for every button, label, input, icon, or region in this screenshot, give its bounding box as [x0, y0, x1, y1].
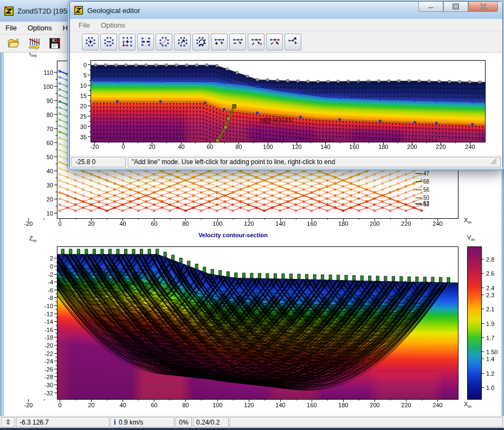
maximize-icon	[452, 3, 460, 10]
statusbar-coordinates: -6.3 126.7	[16, 417, 109, 427]
import-seismogram-button[interactable]	[27, 36, 41, 50]
statusbar-progress: 0%	[176, 417, 192, 427]
window-frame-bottom	[0, 428, 504, 430]
v-axis-label: Vm	[467, 234, 475, 242]
statusbar-misfit: 0.24/0.2	[193, 417, 229, 427]
add-polygon-icon	[85, 36, 96, 48]
main-statusbar: ⇕ -6.3 126.7 i 0.9 km/s 0% 0.24/0.2	[0, 416, 504, 428]
editor-menu-file[interactable]: File	[73, 19, 95, 31]
save-button[interactable]	[48, 36, 62, 50]
merge-nodes-icon	[140, 36, 152, 48]
minimize-icon	[427, 4, 435, 9]
x-axis-label-top: Xm	[464, 217, 471, 225]
editor-tool-move-node[interactable]	[285, 34, 301, 50]
editor-menubar: File Options	[70, 19, 502, 31]
editor-plot-canvas[interactable]	[70, 53, 502, 155]
editor-statusbar: -25.8 0 "Add line" mode. Use left-click …	[70, 155, 502, 168]
floppy-disk-icon	[49, 37, 61, 49]
editor-app-icon	[74, 6, 83, 15]
x-axis-label-bottom: Xm	[464, 401, 471, 409]
editor-tool-remove-polygon[interactable]	[100, 34, 117, 50]
menu-file[interactable]: File	[0, 22, 22, 34]
editor-tool-add-polygon[interactable]	[82, 34, 99, 50]
editor-tool-merge-line-nodes[interactable]	[266, 34, 283, 50]
editor-tool-merge-nodes[interactable]	[137, 34, 154, 50]
statusbar-empty-panel	[230, 417, 503, 427]
editor-toolbar	[70, 31, 502, 53]
editor-plot-area	[70, 53, 502, 155]
editor-window-title: Geological editor	[87, 6, 140, 15]
split-line-node-icon	[250, 36, 262, 48]
maximize-button[interactable]	[443, 2, 468, 12]
geological-editor-window: Geological editor File Options	[69, 1, 503, 168]
seismogram-icon	[28, 37, 41, 50]
window-frame-left	[0, 53, 4, 416]
menu-options[interactable]: Options	[22, 22, 57, 34]
scale-polygon-icon	[177, 36, 189, 48]
editor-tool-rotate-polygon[interactable]	[192, 34, 209, 50]
updown-arrow-icon: ⇕	[5, 419, 11, 426]
statusbar-velocity: i 0.9 km/s	[111, 417, 175, 427]
editor-tool-split-line-node[interactable]	[248, 34, 264, 50]
remove-line-node-icon	[232, 36, 244, 48]
add-line-node-icon	[214, 36, 225, 48]
zondst2d-screen: ZondST2D [1950_S File Options Help tms X…	[0, 0, 504, 430]
editor-statusbar-mode: "Add line" mode. Use left-click for addi…	[128, 157, 501, 167]
editor-tool-add-rectangle[interactable]	[119, 34, 135, 50]
add-rectangle-icon	[121, 36, 133, 48]
editor-tool-scale-polygon[interactable]	[174, 34, 191, 50]
editor-tool-add-line-node[interactable]	[211, 34, 228, 50]
close-button[interactable]	[468, 2, 498, 12]
editor-menu-options[interactable]: Options	[95, 19, 131, 31]
open-file-button[interactable]	[7, 36, 21, 50]
z-axis-label: Zm	[29, 235, 36, 243]
rotate-polygon-icon	[195, 36, 207, 48]
resize-grip[interactable]	[490, 158, 497, 166]
move-node-icon	[287, 36, 299, 48]
editor-tool-split-polygon[interactable]	[156, 34, 172, 50]
info-icon: i	[114, 419, 116, 426]
editor-window-buttons	[418, 2, 498, 12]
statusbar-nav-panel: ⇕	[1, 417, 15, 427]
close-icon	[480, 3, 487, 10]
split-polygon-icon	[158, 36, 170, 48]
velocity-section-title: Velocity contour-section	[163, 232, 303, 238]
remove-polygon-icon	[103, 36, 115, 48]
editor-statusbar-coordinates: -25.8 0	[72, 157, 126, 167]
merge-line-nodes-icon	[269, 36, 281, 48]
editor-tool-remove-line-node[interactable]	[229, 34, 246, 50]
minimize-button[interactable]	[418, 2, 443, 12]
editor-titlebar[interactable]: Geological editor	[70, 2, 502, 19]
open-folder-icon	[7, 37, 20, 49]
zondst2d-app-icon	[4, 6, 14, 16]
